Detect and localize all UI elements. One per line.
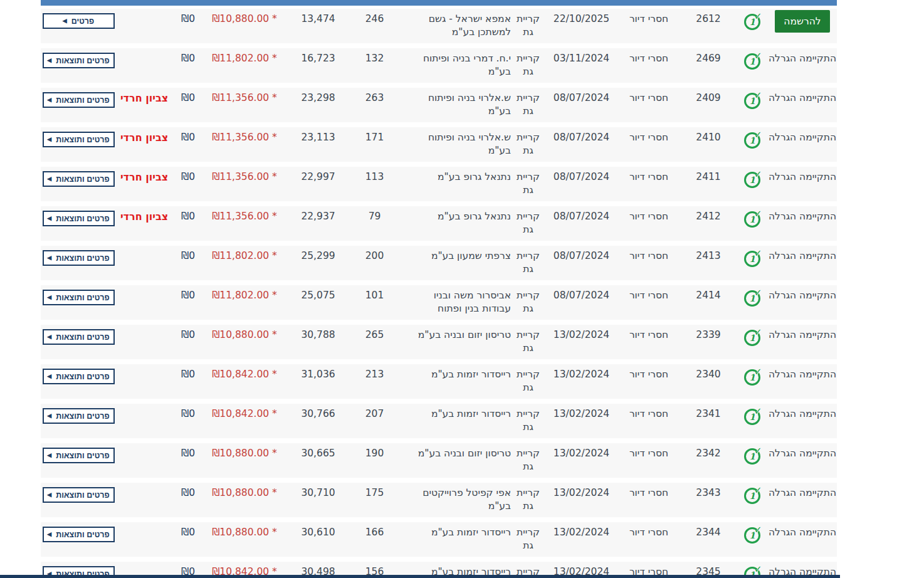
lottery-date: 13/02/2024 [545, 364, 617, 381]
audience-label: חסרי דיור [617, 522, 680, 539]
lottery-count-icon: 1 ✓ [744, 290, 760, 307]
details-button[interactable]: פרטים ותוצאות ◀ [43, 171, 115, 187]
details-button-label: פרטים ותוצאות [56, 293, 109, 302]
apartments-count: 171 [351, 127, 398, 144]
city-name: קריית גת [511, 325, 545, 355]
details-button-label: פרטים ותוצאות [56, 135, 109, 144]
price-cell: ₪10,842.00 * [204, 364, 285, 381]
details-button[interactable]: פרטים ותוצאות ◀ [43, 487, 115, 503]
fee-cell: ₪0 [172, 9, 204, 26]
lottery-count-icon: 1 ✓ [744, 330, 760, 346]
haredi-cell [116, 483, 172, 486]
lottery-count-cell: 1 ✓ [737, 443, 768, 465]
lottery-count-icon: 1 ✓ [744, 172, 760, 188]
register-button[interactable]: להרשמה [775, 10, 829, 33]
triangle-left-icon: ◀ [47, 137, 51, 142]
status-text: התקיימה הגרלה [769, 289, 836, 302]
details-button[interactable]: פרטים ותוצאות ◀ [43, 408, 115, 424]
triangle-left-icon: ◀ [63, 18, 67, 24]
status-cell: התקיימה הגרלה התקיימה הגרלה [768, 48, 837, 65]
contractor-name: נתנאל גרופ בע"מ [398, 206, 511, 223]
lottery-row: התקיימה הגרלה התקיימה הגרלה 1 ✓ 2341 חסר… [41, 404, 837, 438]
check-icon: ✓ [754, 563, 762, 576]
lottery-number: 2341 [680, 404, 737, 421]
details-button[interactable]: פרטים ותוצאות ◀ [43, 369, 115, 384]
lottery-number: 2339 [680, 325, 737, 342]
lottery-date: 08/07/2024 [545, 88, 617, 105]
fee-cell: ₪0 [172, 364, 204, 381]
price-value: ₪11,356.00 * [212, 171, 277, 182]
details-cell: פרטים ותוצאות ◀ [41, 127, 116, 147]
registrants-count: 23,113 [285, 127, 351, 144]
fee-value: ₪0 [181, 290, 195, 301]
lottery-row: התקיימה הגרלה התקיימה הגרלה 1 ✓ 2410 חסר… [41, 127, 837, 162]
details-button[interactable]: פרטים ותוצאות ◀ [43, 290, 115, 305]
lottery-number: 2410 [680, 127, 737, 144]
details-cell: פרטים ותוצאות ◀ [41, 88, 116, 108]
details-button[interactable]: פרטים ותוצאות ◀ [43, 527, 115, 542]
triangle-left-icon: ◀ [47, 97, 51, 103]
audience-label: חסרי דיור [617, 404, 680, 421]
lottery-count-cell: 1 ✓ [737, 9, 768, 30]
lottery-count-cell: 1 ✓ [737, 167, 768, 188]
lottery-date: 03/11/2024 [545, 48, 617, 65]
details-button[interactable]: פרטים ותוצאות ◀ [43, 92, 115, 108]
fee-cell: ₪0 [172, 443, 204, 460]
lottery-count-cell: 1 ✓ [737, 404, 768, 425]
lottery-number: 2414 [680, 285, 737, 302]
details-cell: פרטים ותוצאות ◀ [41, 443, 116, 463]
details-button[interactable]: פרטים ותוצאות ◀ [43, 53, 115, 68]
apartments-count: 213 [351, 364, 398, 381]
triangle-left-icon: ◀ [47, 295, 51, 300]
lottery-number: 2413 [680, 246, 737, 263]
details-button[interactable]: פרטים ותוצאות ◀ [43, 211, 115, 226]
details-button-label: פרטים ותוצאות [56, 96, 109, 105]
lottery-date: 13/02/2024 [545, 522, 617, 539]
status-text: התקיימה הגרלה [769, 526, 836, 539]
details-button-label: פרטים ותוצאות [56, 491, 109, 500]
lottery-date: 13/02/2024 [545, 325, 617, 342]
haredi-cell [116, 9, 172, 13]
lottery-date: 08/07/2024 [545, 206, 617, 223]
price-cell: ₪10,842.00 * [204, 404, 285, 421]
status-text: התקיימה הגרלה [769, 92, 836, 105]
price-value: ₪10,842.00 * [212, 408, 277, 419]
lottery-number: 2344 [680, 522, 737, 539]
price-cell: ₪11,356.00 * [204, 167, 285, 184]
details-button[interactable]: פרטים ותוצאות ◀ [43, 448, 115, 463]
lottery-number: 2340 [680, 364, 737, 381]
fee-cell: ₪0 [172, 48, 204, 65]
details-button[interactable]: פרטים ◀ [43, 13, 115, 29]
registrants-count: 31,036 [285, 364, 351, 381]
apartments-count: 79 [351, 206, 398, 223]
audience-label: חסרי דיור [617, 443, 680, 460]
fee-value: ₪0 [181, 448, 195, 459]
lottery-count-icon: 1 ✓ [744, 14, 760, 30]
status-cell: התקיימה הגרלה התקיימה הגרלה [768, 364, 837, 381]
haredi-label: צביון חרדי [120, 211, 168, 223]
status-text: התקיימה הגרלה [769, 210, 836, 223]
haredi-cell [116, 48, 172, 52]
status-text: התקיימה הגרלה [769, 171, 836, 184]
city-name: קריית גת [511, 443, 545, 473]
details-button-label: פרטים ותוצאות [56, 530, 109, 539]
fee-value: ₪0 [181, 53, 195, 64]
haredi-cell [116, 522, 172, 526]
fee-value: ₪0 [181, 13, 195, 24]
details-cell: פרטים ותוצאות ◀ [41, 206, 116, 226]
status-text: התקיימה הגרלה [769, 447, 836, 460]
haredi-cell: צביון חרדי [116, 206, 172, 224]
lottery-count-icon: 1 ✓ [744, 409, 760, 425]
price-value: ₪11,802.00 * [212, 53, 277, 64]
lottery-date: 13/02/2024 [545, 404, 617, 421]
details-button[interactable]: פרטים ותוצאות ◀ [43, 132, 115, 147]
fee-cell: ₪0 [172, 404, 204, 421]
triangle-left-icon: ◀ [47, 58, 51, 63]
details-button[interactable]: פרטים ותוצאות ◀ [43, 329, 115, 345]
lottery-count-cell: 1 ✓ [737, 285, 768, 307]
details-cell: פרטים ותוצאות ◀ [41, 325, 116, 345]
status-text: התקיימה הגרלה [769, 407, 836, 421]
lottery-count-cell: 1 ✓ [737, 325, 768, 346]
audience-label: חסרי דיור [617, 483, 680, 500]
details-button[interactable]: פרטים ותוצאות ◀ [43, 250, 115, 266]
